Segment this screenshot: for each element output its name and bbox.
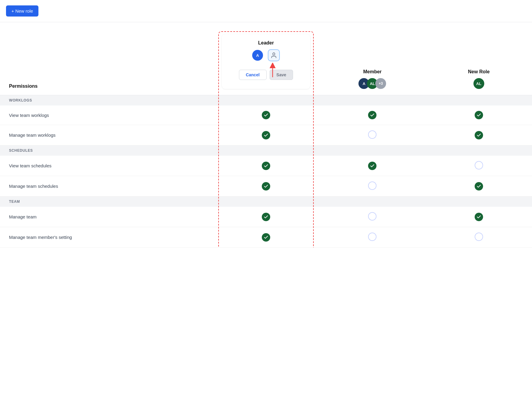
empty-circle[interactable] — [368, 212, 376, 221]
new-role-button[interactable]: + New role — [6, 5, 38, 17]
table-row: Manage team schedules — [0, 176, 532, 196]
check-icon[interactable] — [262, 111, 270, 119]
add-member-button[interactable] — [268, 49, 280, 61]
col-header-newrole: New Role AL — [426, 28, 532, 95]
table-row: View team schedules — [0, 156, 532, 176]
permission-label: Manage team member's setting — [0, 227, 213, 248]
check-icon[interactable] — [262, 182, 270, 190]
table-row: View team worklogs — [0, 105, 532, 125]
avatar-a-leader: A — [252, 50, 263, 61]
top-bar: + New role — [0, 0, 532, 22]
check-icon[interactable] — [475, 182, 483, 190]
empty-circle[interactable] — [368, 181, 376, 190]
person-icon — [271, 52, 277, 59]
permission-label: Manage team schedules — [0, 176, 213, 196]
check-icon[interactable] — [475, 111, 483, 119]
permission-label: Manage team — [0, 207, 213, 227]
permission-label: View team schedules — [0, 156, 213, 176]
leader-col-title: Leader — [258, 40, 274, 46]
permission-label: View team worklogs — [0, 105, 213, 125]
col-header-member: Member A AL +3 — [319, 28, 425, 95]
check-icon[interactable] — [368, 111, 376, 119]
check-icon[interactable] — [262, 131, 270, 139]
section-header-worklogs: WORKLOGS — [0, 95, 532, 106]
col-header-permissions: Permissions — [0, 28, 213, 95]
check-icon[interactable] — [475, 131, 483, 139]
red-arrow-icon — [267, 63, 279, 78]
svg-point-0 — [273, 53, 275, 55]
table-row: Manage team member's setting — [0, 227, 532, 248]
empty-circle[interactable] — [368, 130, 376, 139]
check-icon[interactable] — [368, 162, 376, 170]
permission-label: Manage team worklogs — [0, 125, 213, 145]
table-row: Manage team — [0, 207, 532, 227]
avatar-al-newrole: AL — [473, 78, 484, 89]
avatar-count-member: +3 — [375, 78, 386, 89]
empty-circle[interactable] — [475, 233, 483, 241]
table-row: Manage team worklogs — [0, 125, 532, 145]
section-header-team: TEAM — [0, 196, 532, 207]
empty-circle[interactable] — [368, 233, 376, 241]
col-header-leader: Leader A — [213, 28, 319, 95]
section-header-schedules: SCHEDULES — [0, 145, 532, 156]
cancel-button[interactable]: Cancel — [239, 70, 267, 80]
check-icon[interactable] — [262, 213, 270, 221]
check-icon[interactable] — [475, 213, 483, 221]
check-icon[interactable] — [262, 233, 270, 242]
empty-circle[interactable] — [475, 161, 483, 169]
check-icon[interactable] — [262, 162, 270, 170]
